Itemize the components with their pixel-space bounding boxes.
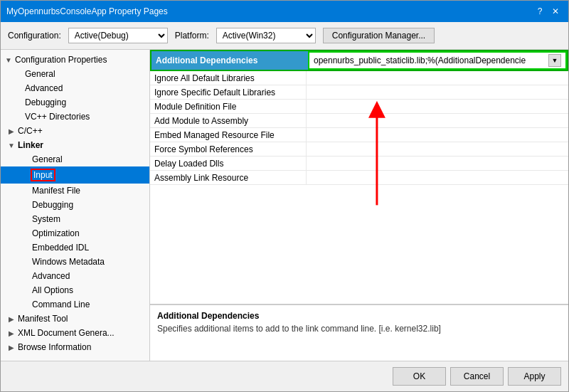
window-title: MyOpennurbsConsoleApp Property Pages <box>6 6 168 16</box>
title-bar: MyOpennurbsConsoleApp Property Pages ? ✕ <box>1 1 568 22</box>
configuration-select[interactable]: Active(Debug) <box>68 28 168 43</box>
root-arrow: ▼ <box>4 56 14 64</box>
description-title: Additional Dependencies <box>157 311 561 321</box>
tree-item-linker-input[interactable]: Input <box>1 166 149 184</box>
tree-item-browse-info[interactable]: ▶ Browse Information <box>1 340 149 354</box>
header-prop-value[interactable]: opennurbs_public_staticlib.lib;%(Additio… <box>308 51 567 70</box>
tree-item-linker-system[interactable]: System <box>1 212 149 226</box>
description-panel: Additional Dependencies Specifies additi… <box>150 304 568 361</box>
header-prop-name: Additional Dependencies <box>151 51 308 70</box>
bottom-bar: OK Cancel Apply <box>1 361 568 391</box>
tree-item-linker-general[interactable]: General <box>1 152 149 166</box>
properties-list: Additional Dependencies opennurbs_public… <box>150 50 568 304</box>
prop-row-ignore-all[interactable]: Ignore All Default Libraries <box>150 71 568 85</box>
tree-item-debugging[interactable]: Debugging <box>1 95 149 110</box>
config-label: Configuration: <box>8 31 61 41</box>
platform-label: Platform: <box>175 31 209 41</box>
tree-item-build-events[interactable]: ▶ Build Events <box>1 354 149 358</box>
prop-row-add-module[interactable]: Add Module to Assembly <box>150 114 568 128</box>
tree-item-xml-doc[interactable]: ▶ XML Document Genera... <box>1 326 149 340</box>
prop-dropdown-button[interactable]: ▼ <box>548 54 561 67</box>
tree-item-linker-debugging[interactable]: Debugging <box>1 198 149 212</box>
tree-item-linker-cmd-line[interactable]: Command Line <box>1 297 149 312</box>
config-manager-button[interactable]: Configuration Manager... <box>323 28 435 43</box>
tree-item-linker-optimization[interactable]: Optimization <box>1 226 149 240</box>
tree-item-manifest-tool[interactable]: ▶ Manifest Tool <box>1 312 149 326</box>
tree-root[interactable]: ▼ Configuration Properties <box>1 53 149 67</box>
tree-item-advanced[interactable]: Advanced <box>1 81 149 95</box>
tree-item-linker-all-options[interactable]: All Options <box>1 283 149 297</box>
description-text: Specifies additional items to add to the… <box>157 324 561 334</box>
apply-button[interactable]: Apply <box>508 367 561 386</box>
help-button[interactable]: ? <box>533 4 547 18</box>
additional-dependencies-row[interactable]: Additional Dependencies opennurbs_public… <box>150 50 568 71</box>
title-bar-controls: ? ✕ <box>533 4 563 18</box>
prop-row-delay-loaded[interactable]: Delay Loaded Dlls <box>150 157 568 171</box>
prop-row-force-symbol[interactable]: Force Symbol References <box>150 142 568 157</box>
main-content: ▼ Configuration Properties General Advan… <box>1 50 568 361</box>
toolbar: Configuration: Active(Debug) Platform: A… <box>1 22 568 50</box>
prop-row-ignore-specific[interactable]: Ignore Specific Default Libraries <box>150 85 568 100</box>
tree-item-general[interactable]: General <box>1 67 149 81</box>
property-pages-window: MyOpennurbsConsoleApp Property Pages ? ✕… <box>0 0 569 392</box>
tree-panel: ▼ Configuration Properties General Advan… <box>1 50 150 361</box>
tree-item-manifest-file[interactable]: Manifest File <box>1 184 149 198</box>
tree-scroll[interactable]: ▼ Configuration Properties General Advan… <box>1 53 149 358</box>
right-panel: Additional Dependencies opennurbs_public… <box>150 50 568 361</box>
close-button[interactable]: ✕ <box>548 4 563 18</box>
prop-row-module-def[interactable]: Module Definition File <box>150 100 568 114</box>
prop-row-assembly-link[interactable]: Assembly Link Resource <box>150 171 568 185</box>
root-label: Configuration Properties <box>14 55 107 65</box>
tree-item-linker-embedded-idl[interactable]: Embedded IDL <box>1 240 149 255</box>
tree-item-linker-win-metadata[interactable]: Windows Metadata <box>1 255 149 269</box>
prop-row-embed-managed[interactable]: Embed Managed Resource File <box>150 128 568 142</box>
ok-button[interactable]: OK <box>393 367 446 386</box>
platform-select[interactable]: Active(Win32) <box>216 28 316 43</box>
tree-item-linker[interactable]: ▼ Linker <box>1 138 149 152</box>
tree-item-linker-advanced[interactable]: Advanced <box>1 269 149 283</box>
tree-item-cpp[interactable]: ▶ C/C++ <box>1 124 149 138</box>
tree-item-vc-dirs[interactable]: VC++ Directories <box>1 110 149 124</box>
cancel-button[interactable]: Cancel <box>450 367 504 386</box>
